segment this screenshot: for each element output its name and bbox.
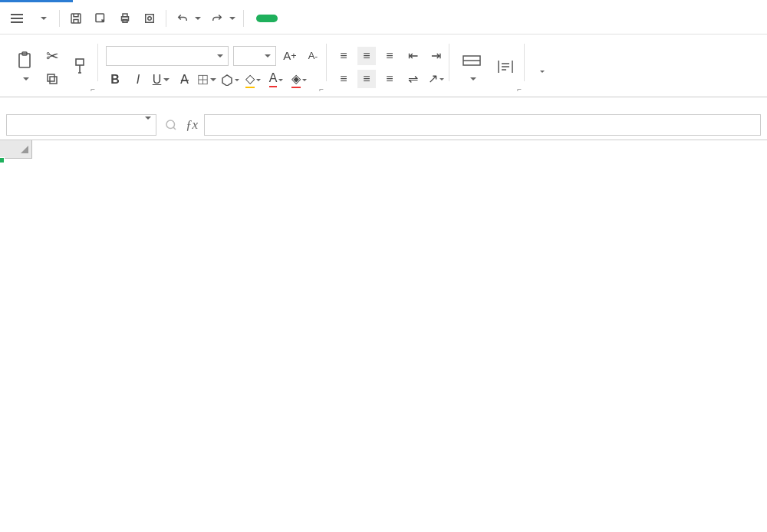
- svg-rect-10: [48, 74, 54, 81]
- menu-hamburger-icon[interactable]: [6, 9, 28, 28]
- font-size-select[interactable]: [233, 46, 276, 66]
- wrap-text-button[interactable]: [491, 54, 520, 80]
- font-color-button[interactable]: A: [267, 71, 285, 89]
- tab-data[interactable]: [367, 14, 388, 23]
- tab-start[interactable]: [256, 15, 278, 22]
- tab-insert[interactable]: [284, 14, 305, 23]
- copy-icon[interactable]: [43, 70, 61, 88]
- tab-formula[interactable]: [339, 14, 360, 23]
- svg-rect-5: [146, 14, 154, 22]
- underline-button[interactable]: U: [152, 71, 170, 89]
- tab-dev[interactable]: [449, 14, 471, 23]
- border-button[interactable]: [198, 71, 216, 89]
- svg-rect-0: [71, 14, 81, 23]
- bold-button[interactable]: B: [106, 71, 124, 89]
- undo-icon[interactable]: [174, 10, 191, 27]
- print-preview-icon[interactable]: [141, 10, 158, 27]
- font-name-select[interactable]: [106, 46, 229, 66]
- file-menu[interactable]: [31, 12, 51, 25]
- italic-button[interactable]: I: [129, 71, 147, 89]
- indent-decrease-icon[interactable]: ⇤: [403, 47, 422, 65]
- print-icon[interactable]: [117, 10, 133, 27]
- paste-button[interactable]: [11, 48, 38, 86]
- svg-rect-3: [123, 14, 127, 17]
- svg-rect-9: [50, 77, 57, 84]
- svg-rect-11: [76, 59, 84, 65]
- orientation-icon[interactable]: ↗: [426, 70, 445, 88]
- increase-font-icon[interactable]: A+: [281, 47, 299, 65]
- save-icon[interactable]: [67, 10, 84, 27]
- align-middle-icon[interactable]: ≡: [357, 47, 376, 65]
- strikethrough-button[interactable]: A̶: [175, 71, 193, 89]
- save-as-icon[interactable]: [92, 10, 109, 27]
- tab-layout[interactable]: [311, 14, 333, 23]
- currency-button[interactable]: [532, 62, 551, 80]
- tab-review[interactable]: [394, 14, 416, 23]
- number-format-select[interactable]: [532, 54, 551, 57]
- align-left-icon[interactable]: ≡: [334, 70, 353, 88]
- format-painter-button[interactable]: [66, 54, 94, 80]
- align-bottom-icon[interactable]: ≡: [380, 47, 399, 65]
- merge-center-button[interactable]: [457, 48, 486, 86]
- svg-point-6: [148, 16, 152, 20]
- align-right-icon[interactable]: ≡: [380, 70, 399, 88]
- formula-input[interactable]: [204, 114, 761, 136]
- distribute-icon[interactable]: ⇌: [403, 70, 422, 88]
- svg-point-14: [166, 120, 175, 129]
- indent-increase-icon[interactable]: ⇥: [426, 47, 445, 65]
- name-box[interactable]: [6, 114, 156, 136]
- fill-shape-button[interactable]: [221, 71, 239, 89]
- phonetic-button[interactable]: ◈: [290, 71, 308, 89]
- cancel-formula-icon[interactable]: [163, 117, 179, 133]
- undo-dropdown[interactable]: [195, 17, 201, 23]
- fill-color-button[interactable]: ◇: [244, 71, 262, 89]
- align-center-icon[interactable]: ≡: [357, 70, 376, 88]
- cut-icon[interactable]: ✂: [43, 47, 61, 65]
- tab-view[interactable]: [422, 14, 443, 23]
- decrease-font-icon[interactable]: A-: [304, 47, 322, 65]
- align-top-icon[interactable]: ≡: [334, 47, 353, 65]
- redo-dropdown[interactable]: [229, 17, 235, 23]
- fx-label[interactable]: ƒx: [186, 117, 198, 133]
- redo-icon[interactable]: [209, 10, 225, 27]
- select-all-corner[interactable]: [0, 140, 32, 159]
